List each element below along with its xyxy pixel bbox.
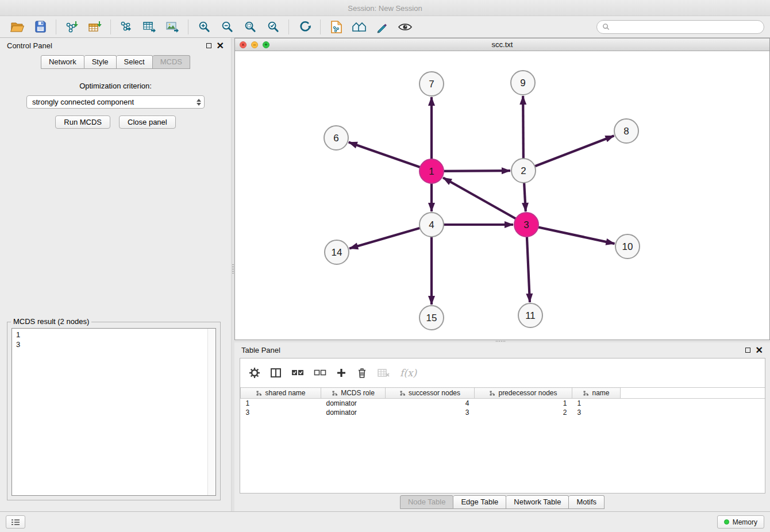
select-all-button[interactable] (291, 369, 304, 377)
show-columns-button[interactable] (270, 368, 282, 378)
close-window-icon[interactable]: × (240, 41, 247, 48)
svg-text:11: 11 (525, 310, 536, 321)
mcds-result-line: 3 (16, 340, 211, 349)
table-row[interactable]: 1dominator411 (241, 399, 765, 408)
window-controls: × − + (240, 41, 270, 48)
network-document-button[interactable] (325, 18, 348, 36)
memory-button[interactable]: Memory (717, 515, 764, 529)
zoom-selected-button[interactable] (261, 18, 284, 36)
deselect-all-button[interactable] (314, 369, 326, 377)
tab-motifs[interactable]: Motifs (569, 495, 605, 509)
add-column-button[interactable] (336, 368, 346, 378)
apply-layout-button[interactable] (293, 18, 316, 36)
export-network-button[interactable] (115, 18, 138, 36)
table-row[interactable]: 3dominator323 (241, 408, 765, 417)
table-settings-button[interactable] (249, 367, 260, 379)
tab-network-table[interactable]: Network Table (506, 495, 569, 509)
mcds-result-list[interactable]: 13 (11, 328, 216, 496)
maximize-window-icon[interactable]: + (263, 41, 270, 48)
graph-edge-3-10[interactable] (526, 225, 615, 244)
svg-text:7: 7 (429, 79, 434, 90)
close-panel-button[interactable]: Close panel (119, 115, 176, 129)
graph-node-14[interactable]: 14 (325, 240, 349, 264)
export-table-button[interactable] (138, 18, 161, 36)
splitter-grip[interactable] (232, 264, 234, 273)
column-header-successor-nodes[interactable]: successor nodes (386, 388, 475, 399)
graph-node-9[interactable]: 9 (511, 71, 535, 95)
graph-node-7[interactable]: 7 (419, 72, 444, 96)
brush-button[interactable] (371, 18, 394, 36)
first-neighbors-button[interactable] (348, 18, 371, 36)
toolbar-separator (110, 20, 111, 34)
network-canvas-svg[interactable]: 7968124314101511 (235, 51, 769, 340)
float-panel-icon[interactable] (745, 348, 750, 353)
import-network-button[interactable] (60, 18, 83, 36)
graph-edge-2-8[interactable] (523, 136, 614, 171)
node-table: shared nameMCDS rolesuccessor nodesprede… (240, 387, 765, 417)
search-field[interactable] (596, 20, 764, 34)
graph-edge-4-14[interactable] (349, 225, 432, 249)
svg-text:2: 2 (521, 165, 526, 176)
tab-network[interactable]: Network (41, 55, 84, 69)
graph-edge-1-6[interactable] (349, 142, 432, 171)
zoom-in-button[interactable] (192, 18, 215, 36)
table-header-row: shared nameMCDS rolesuccessor nodesprede… (241, 388, 765, 399)
splitter-grip[interactable] (496, 341, 505, 342)
zoom-fit-button[interactable] (238, 18, 261, 36)
run-mcds-button[interactable]: Run MCDS (55, 115, 110, 129)
table-cell: dominator (321, 399, 386, 408)
tab-select[interactable]: Select (117, 55, 153, 69)
table-panel-title: Table Panel (241, 346, 280, 354)
graph-node-2[interactable]: 2 (511, 159, 536, 183)
svg-text:4: 4 (429, 219, 434, 230)
column-header-predecessor-nodes[interactable]: predecessor nodes (475, 388, 572, 399)
trash-icon (356, 367, 368, 379)
delete-column-button[interactable] (356, 367, 368, 379)
table-panel-header: Table Panel ✕ (234, 342, 770, 358)
graph-node-3[interactable]: 3 (514, 213, 538, 237)
graph-node-11[interactable]: 11 (518, 303, 542, 327)
graph-node-10[interactable]: 10 (615, 234, 640, 259)
control-panel: Control Panel ✕ NetworkStyleSelectMCDS O… (0, 38, 232, 511)
show-hide-button[interactable] (394, 18, 417, 36)
optimization-criterion-select[interactable]: strongly connected component (26, 95, 205, 109)
graph-node-6[interactable]: 6 (324, 126, 348, 150)
import-network-icon (64, 20, 79, 34)
close-panel-icon[interactable]: ✕ (756, 346, 763, 355)
graph-edge-3-1[interactable] (443, 178, 526, 225)
task-history-button[interactable] (6, 515, 25, 529)
search-input[interactable] (613, 22, 759, 31)
graph-node-15[interactable]: 15 (419, 306, 444, 330)
delete-table-icon (378, 368, 390, 377)
float-panel-icon[interactable] (206, 43, 211, 48)
delete-table-button-disabled[interactable] (378, 368, 390, 377)
tab-edge-table[interactable]: Edge Table (453, 495, 506, 509)
tab-style[interactable]: Style (84, 55, 117, 69)
open-file-button[interactable] (6, 18, 29, 36)
minimize-window-icon[interactable]: − (251, 41, 258, 48)
search-icon (602, 23, 610, 30)
save-session-button[interactable] (29, 18, 52, 36)
graph-node-1[interactable]: 1 (419, 159, 444, 183)
network-window-titlebar[interactable]: × − + scc.txt (235, 38, 769, 51)
brush-icon (376, 21, 388, 33)
column-header-name[interactable]: name (572, 388, 621, 399)
graph-node-8[interactable]: 8 (614, 119, 638, 143)
main-toolbar (0, 16, 770, 38)
import-table-button[interactable] (83, 18, 106, 36)
zoom-out-button[interactable] (215, 18, 238, 36)
folder-open-icon (10, 21, 25, 33)
tab-node-table[interactable]: Node Table (400, 495, 454, 509)
export-image-button[interactable] (161, 18, 184, 36)
column-header-filler (621, 388, 765, 399)
graph-node-4[interactable]: 4 (419, 213, 444, 237)
memory-status-icon (724, 519, 729, 525)
function-builder-button[interactable]: f(x) (400, 367, 417, 379)
column-header-MCDS-role[interactable]: MCDS role (321, 388, 386, 399)
svg-text:15: 15 (426, 313, 437, 323)
column-header-shared-name[interactable]: shared name (241, 388, 321, 399)
tab-mcds[interactable]: MCDS (153, 55, 190, 69)
window-titlebar[interactable]: Session: New Session (0, 0, 770, 16)
close-panel-icon[interactable]: ✕ (217, 41, 224, 51)
result-scrollbar[interactable] (207, 329, 215, 495)
